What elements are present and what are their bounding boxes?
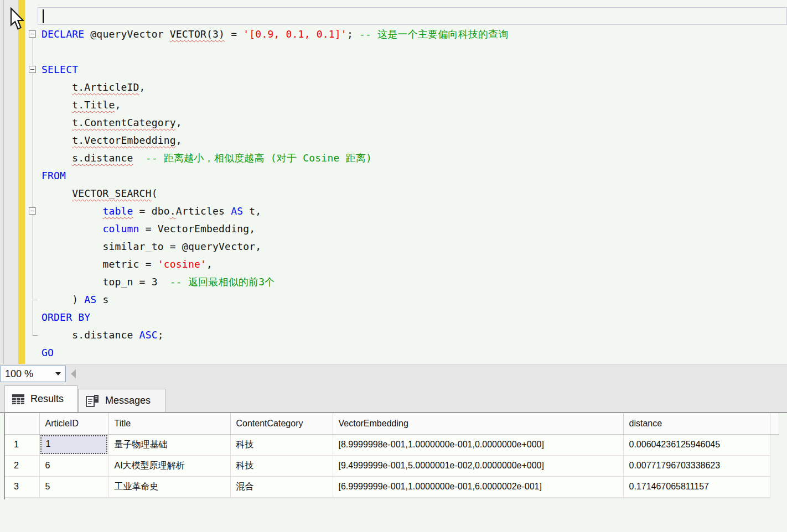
sql-text: t.VectorEmbedding [72,134,176,146]
sql-text: t.ContentCategory [72,117,176,128]
sql-text: , [139,81,146,93]
editor-horizontal-scrollbar[interactable]: 100 % [0,364,787,383]
sql-text: . [170,205,176,217]
sql-text: , [176,117,182,128]
code-lines: DECLARE @queryVector VECTOR(3) = '[0.9, … [0,0,787,362]
sql-text: ; [158,329,164,341]
grid-cell[interactable]: 0.00604236125946045 [623,434,770,455]
sql-editor[interactable]: DECLARE @queryVector VECTOR(3) = '[0.9, … [0,0,787,364]
sql-text [42,223,102,234]
grid-cell[interactable]: 量子物理基础 [108,434,230,455]
sql-text [42,134,72,146]
grid-cell[interactable]: 科技 [230,455,333,476]
sql-keyword: AS [231,205,243,217]
code-line: t.ContentCategory, [42,114,787,132]
code-line: t.ArticleID, [42,79,787,96]
grid-cell[interactable]: [8.9999998e-001,1.0000000e-001,0.0000000… [333,434,623,455]
results-grid: ArticleIDTitleContentCategoryVectorEmbed… [5,413,779,498]
sql-text [42,258,102,270]
sql-text: , [206,258,213,270]
code-line: FROM [42,167,787,185]
row-filler [770,476,779,497]
sql-comment: -- 返回最相似的前3个 [170,276,275,288]
sql-text: t.ArticleID [72,81,139,93]
sql-comment: -- 距离越小，相似度越高 (对于 Cosine 距离) [146,152,372,164]
grid-cell[interactable]: 5 [39,476,108,497]
grid-cell[interactable]: 工业革命史 [108,476,230,497]
code-line: table = dbo.Articles AS t, [42,202,787,220]
code-line: ) AS s [42,291,787,309]
sql-text [42,152,72,164]
code-line: t.Title, [42,96,787,114]
row-filler [770,434,779,455]
selected-cell[interactable]: 1 [40,435,107,454]
grid-cell[interactable]: 6 [39,455,108,476]
sql-keyword: SELECT [42,64,78,75]
grid-cell[interactable]: [9.4999999e-001,5.0000001e-002,0.0000000… [333,455,623,476]
sql-text [42,187,72,199]
sql-string: 'cosine' [158,258,206,270]
row-number-header[interactable] [5,413,39,434]
sql-keyword: DECLARE [42,28,84,40]
row-number-cell[interactable]: 2 [5,455,39,476]
sql-text [42,81,72,93]
messages-icon [85,394,100,408]
row-number-cell[interactable]: 1 [5,434,39,455]
code-line: similar_to = @queryVector, [42,238,787,255]
sql-text: = VectorEmbedding, [139,223,256,234]
mouse-pointer-icon [10,7,27,32]
code-line: s.distance ASC; [42,326,787,344]
column-header-articleid[interactable]: ArticleID [39,413,108,434]
sql-text: VECTOR(3) [170,28,225,40]
row-number-cell[interactable]: 3 [5,476,39,497]
sql-text: @queryVector [84,28,170,40]
column-header-title[interactable]: Title [108,413,230,434]
sql-text: VECTOR_SEARCH [72,187,151,199]
sql-comment: -- 这是一个主要偏向科技的查询 [359,28,509,40]
sql-text: top_n = 3 [102,276,169,288]
grid-cell[interactable]: 0.00771796703338623 [623,455,770,476]
code-line: GO [42,344,787,362]
tab-results[interactable]: Results [4,385,77,412]
sql-text: = [225,28,243,40]
sql-text: t.Title [72,99,115,111]
row-filler [770,455,779,476]
sql-keyword: ORDER BY [42,311,90,323]
header-filler [770,413,779,434]
results-grid-icon [12,394,25,405]
tab-messages[interactable]: Messages [78,389,165,412]
code-line: s.distance -- 距离越小，相似度越高 (对于 Cosine 距离) [42,149,787,167]
sql-text: s.distance [42,329,139,341]
table-row: 26AI大模型原理解析科技[9.4999999e-001,5.0000001e-… [5,455,779,476]
sql-string: '[0.9, 0.1, 0.1]' [243,28,347,40]
table-row: 11量子物理基础科技[8.9999998e-001,1.0000000e-001… [5,434,779,455]
sql-text: , [115,99,121,111]
sql-keyword: AS [84,294,96,305]
tab-messages-label: Messages [105,395,151,406]
sql-text: ; [347,28,359,40]
grid-cell[interactable]: AI大模型原理解析 [108,455,230,476]
sql-text: ) [42,294,84,305]
grid-cell[interactable]: 混合 [230,476,333,497]
scroll-left-icon[interactable] [71,369,76,378]
grid-cell[interactable]: 0.171467065811157 [623,476,770,497]
sql-text: t, [243,205,261,217]
grid-cell[interactable]: [6.9999999e-001,1.0000000e-001,6.0000002… [333,476,623,497]
grid-cell[interactable]: 1 [39,434,108,455]
results-grid-area: ArticleIDTitleContentCategoryVectorEmbed… [0,413,787,532]
code-line [42,43,787,61]
column-header-distance[interactable]: distance [623,413,770,434]
zoom-level-dropdown[interactable]: 100 % [0,366,66,382]
code-line: ORDER BY [42,309,787,326]
sql-text: similar_to = @queryVector, [102,241,261,252]
code-line: metric = 'cosine', [42,255,787,273]
code-line: VECTOR_SEARCH( [42,185,787,202]
sql-text: = dbo [133,205,170,217]
sql-text [133,152,146,164]
column-header-contentcategory[interactable]: ContentCategory [230,413,333,434]
grid-cell[interactable]: 科技 [230,434,333,455]
sql-keyword: FROM [42,170,66,181]
sql-keyword: ASC [139,329,158,341]
code-line: SELECT [42,61,787,79]
column-header-vectorembedding[interactable]: VectorEmbedding [333,413,623,434]
